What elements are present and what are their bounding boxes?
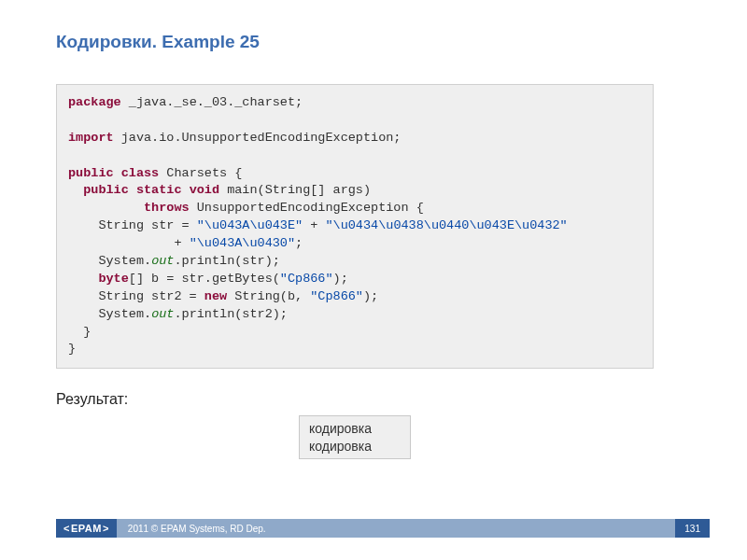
string-literal: "Cp866" [310, 289, 363, 303]
code-text: .println(str); [174, 254, 279, 268]
keyword: public [83, 183, 129, 197]
code-text: + [303, 218, 325, 232]
code-text: .println(str2); [174, 307, 288, 321]
code-text: String str2 = [68, 289, 204, 303]
string-literal: "\u043A\u043E" [197, 218, 303, 232]
footer-text: 2011 © EPAM Systems, RD Dep. [117, 519, 675, 538]
code-text: } [68, 342, 76, 356]
code-text: + [68, 236, 190, 250]
code-text: String(b, [227, 289, 310, 303]
code-text: _java._se._03._charset; [121, 95, 303, 109]
result-output: кодировка кодировка [299, 415, 411, 458]
keyword: import [68, 131, 114, 145]
keyword: void [190, 183, 219, 197]
result-line: кодировка [309, 438, 401, 455]
keyword: new [204, 289, 227, 303]
code-text: ); [333, 272, 348, 286]
code-text: System. [68, 307, 151, 321]
footer-page-number: 131 [675, 519, 710, 538]
code-text: System. [68, 254, 151, 268]
code-text: String str = [68, 218, 197, 232]
keyword: byte [98, 272, 128, 286]
field-ref: out [151, 254, 174, 268]
code-text: java.io.UnsupportedEncodingException; [114, 131, 402, 145]
field-ref: out [151, 307, 174, 321]
keyword: throws [144, 201, 190, 215]
code-text: UnsupportedEncodingException { [190, 201, 424, 215]
footer: EPAM 2011 © EPAM Systems, RD Dep. 131 [56, 519, 710, 538]
string-literal: "\u043A\u0430" [190, 236, 295, 250]
code-text: } [68, 325, 91, 339]
string-literal: "Cp866" [280, 272, 333, 286]
keyword: package [68, 95, 121, 109]
result-label: Результат: [56, 391, 710, 408]
slide-title: Кодировки. Example 25 [56, 32, 710, 52]
code-text: ; [295, 236, 303, 250]
code-text: Charsets { [159, 166, 242, 180]
string-literal: "\u0434\u0438\u0440\u043E\u0432" [325, 218, 567, 232]
code-text: ); [363, 289, 378, 303]
footer-logo: EPAM [56, 519, 117, 538]
keyword: public [68, 166, 114, 180]
keyword: class [121, 166, 160, 180]
result-line: кодировка [309, 420, 401, 437]
code-text: [] b = str.getBytes( [129, 272, 280, 286]
keyword: static [136, 183, 182, 197]
code-text: main(String[] args) [219, 183, 371, 197]
code-block: package _java._se._03._charset; import j… [56, 84, 654, 369]
